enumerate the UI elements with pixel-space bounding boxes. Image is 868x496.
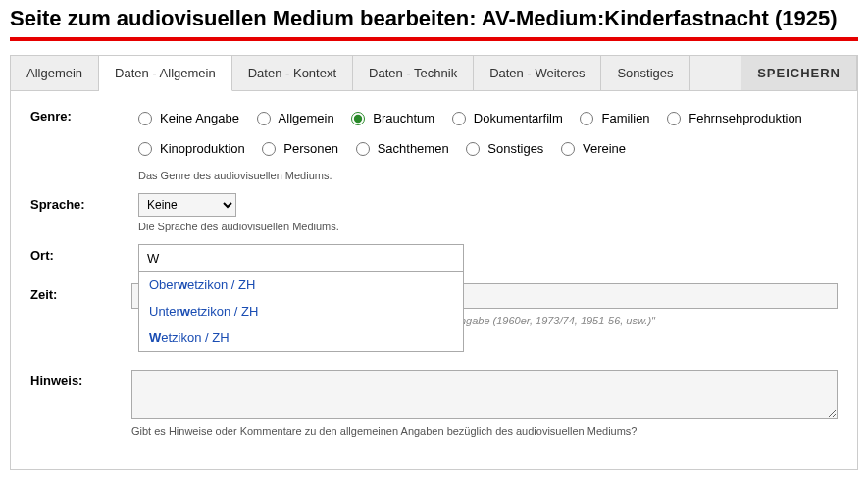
genre-radio-item[interactable]: Personen	[262, 135, 338, 163]
genre-radio-group: Keine Angabe Allgemein Brauchtum Dokumen…	[138, 105, 838, 166]
form-panel: Allgemein Daten - Allgemein Daten - Kont…	[10, 55, 858, 470]
row-ort: Ort: Oberwetzikon / ZHUnterwetzikon / ZH…	[30, 244, 838, 272]
genre-radio-label: Personen	[283, 135, 338, 163]
page-title: Seite zum audiovisuellen Medium bearbeit…	[0, 0, 868, 37]
label-zeit: Zeit:	[30, 283, 131, 309]
hinweis-textarea[interactable]	[131, 370, 838, 419]
genre-radio-item[interactable]: Sonstiges	[466, 135, 543, 163]
label-genre: Genre:	[30, 105, 138, 181]
tab-bar: Allgemein Daten - Allgemein Daten - Kont…	[11, 56, 857, 91]
label-sprache: Sprache:	[30, 193, 138, 232]
tab-sonstiges[interactable]: Sonstiges	[601, 56, 689, 90]
help-sprache: Die Sprache des audiovisuellen Mediums.	[138, 221, 838, 232]
genre-radio-item[interactable]: Keine Angabe	[138, 105, 239, 132]
genre-radio-label: Brauchtum	[373, 105, 434, 132]
genre-radio-item[interactable]: Sachthemen	[356, 135, 449, 163]
genre-radio-item[interactable]: Familien	[580, 105, 649, 132]
title-divider	[10, 37, 858, 41]
genre-radio-input[interactable]	[356, 142, 370, 156]
genre-radio-label: Keine Angabe	[160, 105, 239, 132]
ort-autocomplete-item[interactable]: Unterwetzikon / ZH	[139, 298, 463, 324]
label-hinweis: Hinweis:	[30, 370, 131, 437]
genre-radio-label: Sonstiges	[487, 135, 543, 163]
form-body: Genre: Keine Angabe Allgemein Brauchtum …	[11, 91, 857, 469]
genre-radio-label: Fehrnsehproduktion	[689, 105, 802, 132]
tab-daten-kontext[interactable]: Daten - Kontext	[232, 56, 353, 90]
genre-radio-input[interactable]	[466, 142, 480, 156]
save-button[interactable]: SPEICHERN	[741, 56, 857, 90]
genre-radio-label: Vereine	[583, 135, 626, 163]
tab-daten-weiteres[interactable]: Daten - Weiteres	[474, 56, 601, 90]
genre-radio-label: Kinoproduktion	[160, 135, 245, 163]
genre-radio-label: Familien	[601, 105, 649, 132]
ort-autocomplete-item[interactable]: Oberwetzikon / ZH	[139, 272, 463, 298]
genre-radio-input[interactable]	[452, 112, 466, 125]
genre-radio-item[interactable]: Fehrnsehproduktion	[667, 105, 802, 132]
genre-radio-item[interactable]: Dokumentarfilm	[452, 105, 563, 132]
genre-radio-input[interactable]	[138, 142, 152, 156]
tab-allgemein[interactable]: Allgemein	[11, 56, 99, 90]
row-sprache: Sprache: Keine Die Sprache des audiovisu…	[30, 193, 838, 232]
ort-autocomplete-dropdown: Oberwetzikon / ZHUnterwetzikon / ZHWetzi…	[138, 272, 464, 352]
genre-radio-item[interactable]: Brauchtum	[351, 105, 434, 132]
genre-radio-label: Dokumentarfilm	[474, 105, 563, 132]
label-ort: Ort:	[30, 244, 138, 272]
row-genre: Genre: Keine Angabe Allgemein Brauchtum …	[30, 105, 838, 181]
tab-daten-allgemein[interactable]: Daten - Allgemein	[99, 56, 232, 91]
row-hinweis: Hinweis: Gibt es Hinweise oder Kommentar…	[30, 370, 838, 437]
genre-radio-input[interactable]	[667, 112, 681, 125]
help-genre: Das Genre des audiovisuellen Mediums.	[138, 170, 838, 181]
genre-radio-input[interactable]	[257, 112, 271, 125]
genre-radio-item[interactable]: Allgemein	[257, 105, 334, 132]
genre-radio-input[interactable]	[580, 112, 593, 125]
genre-radio-label: Allgemein	[279, 105, 334, 132]
genre-radio-input[interactable]	[351, 112, 365, 125]
ort-autocomplete-item[interactable]: Wetzikon / ZH	[139, 324, 463, 351]
genre-radio-item[interactable]: Vereine	[561, 135, 626, 163]
genre-radio-input[interactable]	[262, 142, 276, 156]
tab-daten-technik[interactable]: Daten - Technik	[353, 56, 474, 90]
genre-radio-label: Sachthemen	[378, 135, 449, 163]
sprache-select[interactable]: Keine	[138, 193, 236, 217]
genre-radio-input[interactable]	[561, 142, 575, 156]
genre-radio-input[interactable]	[138, 112, 152, 125]
ort-input[interactable]	[138, 244, 464, 272]
genre-radio-item[interactable]: Kinoproduktion	[138, 135, 245, 163]
help-hinweis: Gibt es Hinweise oder Kommentare zu den …	[131, 425, 838, 437]
